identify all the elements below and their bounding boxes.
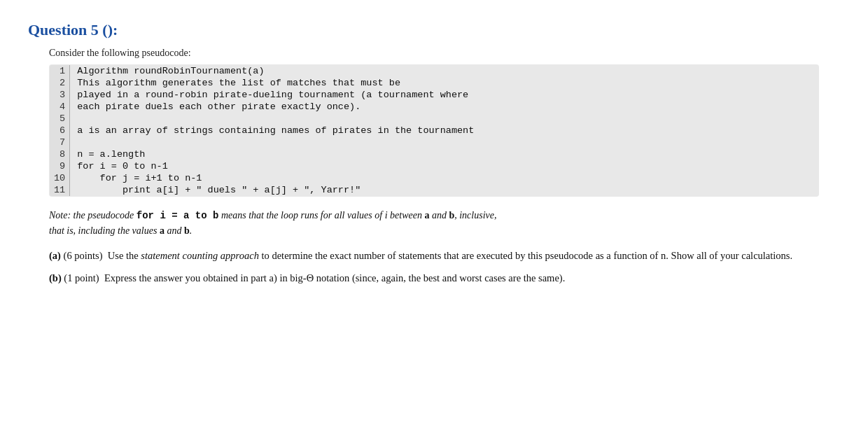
question-title: Question 5 (): [28,21,840,39]
code-line: 2This algorithm generates the list of ma… [50,77,819,89]
note-text: Note: the pseudocode for i = a to b mean… [49,210,496,220]
line-number: 10 [50,172,70,184]
line-content: n = a.length [70,148,819,160]
line-number: 2 [50,77,70,89]
note-section: Note: the pseudocode for i = a to b mean… [49,208,819,238]
code-line: 5 [50,113,819,125]
code-table: 1Algorithm roundRobinTournament(a)2This … [49,64,819,197]
part-a: (a) (6 points) Use the statement countin… [49,248,819,263]
code-line: 8n = a.length [50,148,819,160]
code-line: 6a is an array of strings containing nam… [50,125,819,136]
part-b-label: (b) (1 point) Express the answer you obt… [49,272,565,284]
line-content: each pirate duels each other pirate exac… [70,101,819,113]
line-content: This algorithm generates the list of mat… [70,77,819,89]
line-number: 5 [50,113,70,125]
line-number: 1 [50,65,70,78]
code-block-wrapper: 1Algorithm roundRobinTournament(a)2This … [49,64,819,197]
code-line: 1Algorithm roundRobinTournament(a) [50,65,819,78]
code-line: 11 print a[i] + " duels " + a[j] + ", Ya… [50,184,819,197]
line-number: 8 [50,148,70,160]
line-content: for j = i+1 to n-1 [70,172,819,184]
code-line: 7 [50,136,819,148]
line-content: a is an array of strings containing name… [70,125,819,136]
line-content [70,113,819,125]
line-number: 4 [50,101,70,113]
line-content: played in a round-robin pirate-dueling t… [70,89,819,101]
line-number: 9 [50,160,70,172]
code-line: 9for i = 0 to n-1 [50,160,819,172]
part-a-label: (a) (6 points) Use the statement countin… [49,250,792,261]
parts-section: (a) (6 points) Use the statement countin… [49,248,819,286]
line-content: for i = 0 to n-1 [70,160,819,172]
line-content: print a[i] + " duels " + a[j] + ", Yarrr… [70,184,819,197]
consider-label: Consider the following pseudocode: [49,48,840,59]
line-number: 7 [50,136,70,148]
code-line: 10 for j = i+1 to n-1 [50,172,819,184]
code-line: 4each pirate duels each other pirate exa… [50,101,819,113]
line-number: 6 [50,125,70,136]
line-number: 3 [50,89,70,101]
line-content [70,136,819,148]
code-line: 3played in a round-robin pirate-dueling … [50,89,819,101]
note-line2: that is, including the values a and b. [49,225,192,236]
line-content: Algorithm roundRobinTournament(a) [70,65,819,78]
part-b: (b) (1 point) Express the answer you obt… [49,270,819,286]
line-number: 11 [50,184,70,197]
